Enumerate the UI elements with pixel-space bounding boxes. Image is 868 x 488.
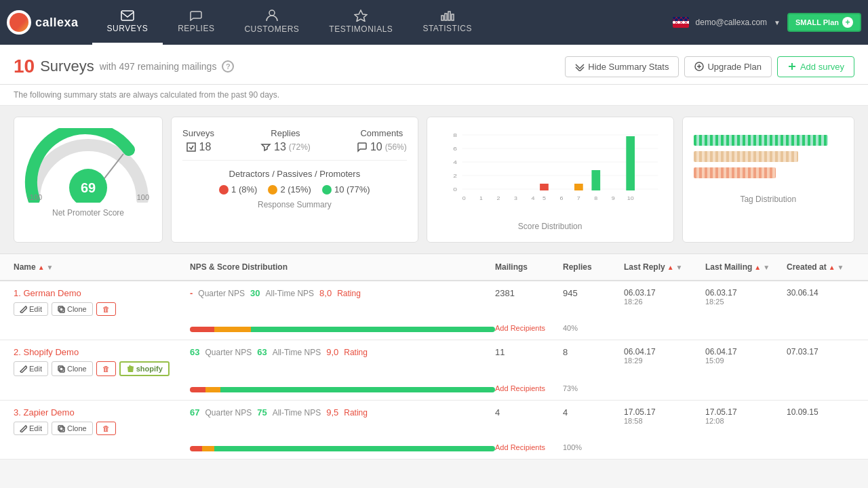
edit-btn-3[interactable]: Edit: [14, 422, 48, 435]
clone-btn-1[interactable]: Clone: [52, 302, 93, 316]
svg-text:4: 4: [531, 196, 535, 201]
add-recipients-col-2: Add Recipients: [495, 383, 563, 393]
th-nps: NPS & Score Distribution: [190, 262, 495, 272]
passives-item: 2 (15%): [268, 184, 311, 195]
add-recipients-col-1: Add Recipients: [495, 323, 563, 333]
all-time-nps-label-1: All-Time NPS: [266, 289, 315, 298]
th-last-mailing[interactable]: Last Mailing ▲ ▼: [705, 262, 787, 272]
mailings-count-2: 11: [495, 347, 563, 357]
tag-bar-1: [694, 135, 844, 146]
nps-cell-1: - Quarter NPS 30 All-Time NPS 8,0 Rating: [190, 288, 495, 298]
mailings-count-3: 4: [495, 407, 563, 418]
survey-name-1[interactable]: 1. German Demo: [14, 288, 81, 298]
svg-text:69: 69: [81, 180, 96, 195]
tag-bar-3: [694, 167, 844, 178]
last-mailing-date-3: 17.05.17: [705, 407, 787, 417]
quarter-nps-label-3: Quarter NPS: [205, 408, 252, 418]
svg-rect-30: [591, 170, 600, 190]
add-survey-button[interactable]: Add survey: [777, 56, 854, 77]
nav-item-surveys[interactable]: SURVEYS: [92, 0, 163, 45]
nav-item-statistics[interactable]: STATISTICS: [408, 0, 487, 45]
progress-bar-col-3: [190, 443, 495, 451]
progress-bar-1: [190, 327, 495, 332]
created-date-2: 07.03.17: [787, 347, 854, 357]
edit-btn-2[interactable]: Edit: [14, 361, 48, 376]
mailings-col-2: 11: [495, 347, 563, 357]
svg-text:2: 2: [496, 196, 500, 201]
mailings-count-1: 2381: [495, 288, 563, 298]
plan-badge[interactable]: SMALL Plan +: [787, 13, 861, 32]
th-last-reply[interactable]: Last Reply ▲ ▼: [624, 262, 705, 272]
delete-btn-2[interactable]: 🗑: [96, 361, 116, 376]
th-created[interactable]: Created at ▲ ▼: [787, 262, 854, 272]
clone-btn-3[interactable]: Clone: [52, 422, 93, 435]
nav-items: SURVEYS REPLIES CUSTOMERS TESTIMONIALS S…: [92, 0, 673, 45]
svg-text:2: 2: [453, 173, 457, 179]
language-flag[interactable]: [673, 17, 689, 28]
resp-header-row: Surveys 18 Replies 13 (72%) Comments: [182, 128, 407, 161]
help-icon[interactable]: ?: [222, 60, 234, 73]
add-recipients-3[interactable]: Add Recipients: [495, 443, 545, 451]
delete-btn-3[interactable]: 🗑: [96, 422, 116, 435]
all-time-nps-3: 75: [257, 407, 267, 418]
svg-text:6: 6: [559, 196, 564, 201]
svg-text:0: 0: [453, 186, 457, 192]
created-date-3: 10.09.15: [787, 407, 854, 417]
rating-label-3: Rating: [344, 408, 368, 418]
svg-text:4: 4: [453, 159, 457, 165]
nps-cell-2: 63 Quarter NPS 63 All-Time NPS 9,0 Ratin…: [190, 347, 495, 357]
survey-name-2[interactable]: 2. Shopify Demo: [14, 347, 79, 357]
page-title: Surveys: [40, 58, 94, 75]
stats-description: The following summary stats are always c…: [0, 85, 868, 106]
hide-stats-button[interactable]: Hide Summary Stats: [565, 56, 679, 77]
logo[interactable]: callexa: [7, 10, 79, 35]
survey-row-2: 2. Shopify Demo Edit Clone 🗑 sh: [0, 340, 868, 401]
comments-col: Comments 10 (56%): [357, 128, 407, 153]
all-time-nps-2: 63: [257, 347, 267, 357]
svg-rect-44: [58, 306, 63, 311]
svg-text:1: 1: [479, 196, 484, 201]
nav-item-testimonials[interactable]: TESTIMONIALS: [314, 0, 408, 45]
th-name[interactable]: Name ▲ ▼: [14, 262, 190, 272]
add-recipients-2[interactable]: Add Recipients: [495, 384, 545, 392]
mailings-col-1: 2381: [495, 288, 563, 298]
nav-item-replies[interactable]: REPLIES: [163, 0, 229, 45]
svg-point-1: [269, 10, 275, 16]
pb-green-1: [251, 327, 495, 332]
nav-surveys-label: SURVEYS: [107, 24, 149, 33]
svg-rect-29: [574, 184, 583, 190]
dropdown-icon[interactable]: ▼: [774, 19, 781, 26]
last-reply-time-2: 18:29: [624, 357, 705, 365]
last-mailing-col-3: 17.05.17 12:08: [705, 407, 787, 425]
score-chart: 8 6 4 2 0 0 1 2 3 4: [438, 128, 663, 216]
upgrade-button[interactable]: Upgrade Plan: [684, 56, 772, 77]
replies-col: Replies 13 (72%): [260, 128, 311, 153]
nav-testimonials-label: TESTIMONIALS: [329, 24, 393, 34]
progress-bar-col-2: [190, 384, 495, 392]
shopify-btn-2[interactable]: shopify: [119, 361, 170, 376]
th-mailings: Mailings: [495, 262, 563, 272]
detractors-value: 1 (8%): [231, 184, 257, 195]
last-reply-date-1: 06.03.17: [624, 288, 705, 298]
svg-rect-28: [540, 184, 549, 190]
rating-2: 9,0: [326, 347, 338, 357]
quarter-nps-label-1: Quarter NPS: [198, 289, 245, 298]
survey-name-col-3: 3. Zapier Demo Edit Clone 🗑: [14, 407, 190, 435]
survey-row-sub-1: Add Recipients 40%: [0, 323, 868, 340]
user-email: demo@callexa.com: [696, 18, 768, 27]
progress-bar-col-1: [190, 324, 495, 332]
svg-text:5: 5: [542, 196, 547, 201]
survey-name-3[interactable]: 3. Zapier Demo: [14, 407, 75, 418]
svg-text:10: 10: [627, 196, 634, 201]
edit-btn-1[interactable]: Edit: [14, 302, 48, 316]
score-dist-label: Score Distribution: [518, 222, 583, 231]
delete-btn-1[interactable]: 🗑: [96, 302, 116, 316]
last-mailing-col-2: 06.04.17 15:09: [705, 347, 787, 365]
th-replies: Replies: [563, 262, 624, 272]
add-recipients-1[interactable]: Add Recipients: [495, 324, 545, 332]
pb-red-3: [190, 446, 202, 451]
clone-btn-2[interactable]: Clone: [52, 361, 93, 376]
gauge-min: -100: [27, 193, 42, 201]
nav-item-customers[interactable]: CUSTOMERS: [229, 0, 314, 45]
survey-row-3: 3. Zapier Demo Edit Clone 🗑 67: [0, 401, 868, 460]
